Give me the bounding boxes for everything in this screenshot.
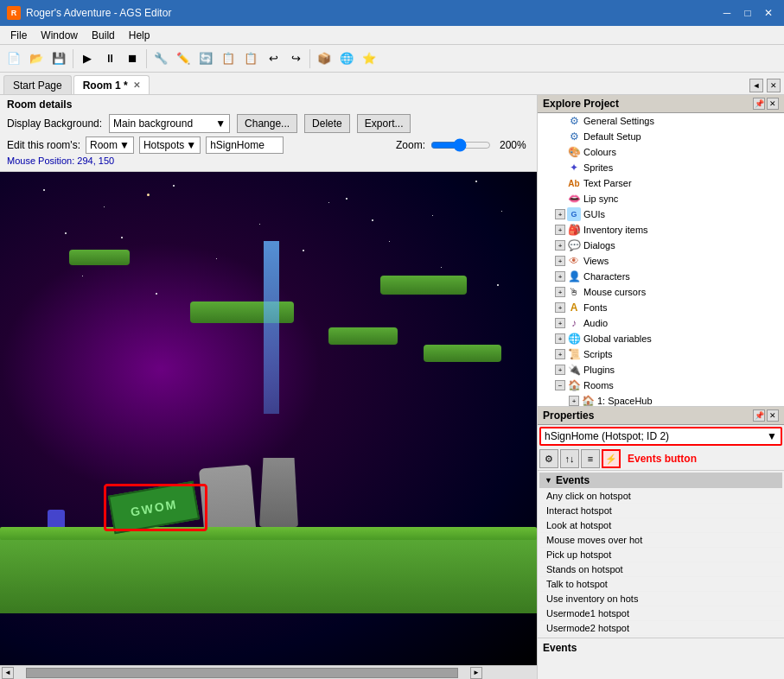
- tab-start-page[interactable]: Start Page: [3, 75, 72, 94]
- star: [441, 267, 442, 268]
- delete-button[interactable]: Delete: [304, 114, 350, 133]
- event-pick-up[interactable]: Pick up hotspot: [539, 548, 782, 562]
- scroll-right-btn[interactable]: ►: [470, 667, 482, 679]
- tree-item-plugins[interactable]: + 🔌 Plugins: [538, 362, 784, 378]
- tool2[interactable]: ✏️: [173, 48, 194, 69]
- tree-item-lip-sync[interactable]: + 👄 Lip sync: [538, 191, 784, 206]
- event-interact[interactable]: Interact hotspot: [539, 504, 782, 518]
- app-icon: R: [7, 6, 21, 20]
- event-look[interactable]: Look at hotspot: [539, 518, 782, 533]
- display-bg-label: Display Background:: [7, 117, 102, 130]
- mouse-cursors-icon: 🖱: [567, 285, 581, 299]
- star: [156, 293, 157, 295]
- prop-tab-events[interactable]: ⚡: [602, 449, 621, 468]
- star: [173, 185, 175, 187]
- save-button[interactable]: 💾: [48, 48, 69, 69]
- tree-item-general-settings[interactable]: + ⚙ General Settings: [538, 113, 784, 129]
- run-button[interactable]: ▶: [77, 48, 98, 69]
- hotspot-select[interactable]: Hotspots ▼: [139, 136, 201, 154]
- event-stands-on[interactable]: Stands on hotspot: [539, 562, 782, 577]
- zoom-slider[interactable]: [430, 138, 491, 152]
- menu-help[interactable]: Help: [122, 26, 157, 45]
- star: [389, 241, 390, 242]
- views-icon: 👁: [567, 254, 581, 268]
- explore-pin-btn[interactable]: 📌: [753, 98, 765, 110]
- tree-item-views[interactable]: + 👁 Views: [538, 253, 784, 269]
- colours-icon: 🎨: [567, 145, 581, 159]
- event-mouse-over[interactable]: Mouse moves over hot: [539, 533, 782, 548]
- event-any-click[interactable]: Any click on hotspot: [539, 489, 782, 504]
- tree-item-scripts[interactable]: + 📜 Scripts: [538, 346, 784, 362]
- open-button[interactable]: 📂: [26, 48, 47, 69]
- tree-item-audio[interactable]: + ♪ Audio: [538, 315, 784, 331]
- export-button[interactable]: Export...: [357, 114, 411, 133]
- prop-tab-properties[interactable]: ≡: [581, 449, 600, 468]
- tab-room1-close[interactable]: ✕: [133, 80, 140, 90]
- tab-scroll-btn[interactable]: ◄: [749, 79, 763, 92]
- tool8[interactable]: 📦: [314, 48, 335, 69]
- hotspot-highlight: [104, 484, 207, 531]
- events-section: ▼ Events Any click on hotspot Interact h…: [538, 471, 784, 638]
- events-section-header: ▼ Events: [539, 473, 782, 488]
- tree-item-dialogs[interactable]: + 💬 Dialogs: [538, 238, 784, 253]
- tool6[interactable]: ↩: [263, 48, 284, 69]
- scroll-left-btn[interactable]: ◄: [2, 667, 14, 679]
- close-button[interactable]: ✕: [760, 6, 777, 20]
- tree-item-characters[interactable]: + 👤 Characters: [538, 269, 784, 284]
- tab-close-all-btn[interactable]: ✕: [767, 79, 781, 92]
- tool4[interactable]: 📋: [218, 48, 239, 69]
- prop-tab-sort[interactable]: ↑↓: [560, 449, 579, 468]
- menu-window[interactable]: Window: [34, 26, 85, 45]
- star: [497, 284, 499, 286]
- tree-item-global-variables[interactable]: + 🌐 Global variables: [538, 331, 784, 346]
- tree-container[interactable]: + ⚙ General Settings + ⚙ Default Setup +…: [538, 113, 784, 407]
- menu-file[interactable]: File: [3, 26, 34, 45]
- properties-pin-btn[interactable]: 📌: [753, 409, 765, 422]
- maximize-button[interactable]: □: [739, 6, 756, 20]
- tree-item-spacehub[interactable]: + 🏠 1: SpaceHub: [538, 393, 784, 407]
- menu-build[interactable]: Build: [85, 26, 122, 45]
- stop-button[interactable]: ⏹: [122, 48, 143, 69]
- tree-item-guis[interactable]: + G GUIs: [538, 206, 784, 222]
- tree-item-text-parser[interactable]: + Ab Text Parser: [538, 175, 784, 191]
- tool3[interactable]: 🔄: [195, 48, 216, 69]
- tool10[interactable]: ⭐: [359, 48, 379, 69]
- property-item-dropdown[interactable]: hSignHome (Hotspot; ID 2) ▼: [539, 427, 782, 446]
- hotspot-name-select[interactable]: hSignHome: [206, 136, 284, 154]
- event-usermode2[interactable]: Usermode2 hotspot: [539, 621, 782, 636]
- star: [328, 202, 329, 203]
- change-button[interactable]: Change...: [237, 114, 297, 133]
- explore-close-btn[interactable]: ✕: [767, 98, 779, 110]
- game-canvas: GWOM: [0, 172, 537, 665]
- tree-item-sprites[interactable]: + ✦ Sprites: [538, 160, 784, 175]
- tree-item-rooms[interactable]: − 🏠 Rooms: [538, 378, 784, 393]
- event-usermode1[interactable]: Usermode1 hotspot: [539, 606, 782, 621]
- tree-item-fonts[interactable]: + A Fonts: [538, 300, 784, 315]
- bg-select[interactable]: Main background ▼: [109, 114, 230, 133]
- canvas-area[interactable]: GWOM: [0, 172, 537, 665]
- pause-button[interactable]: ⏸: [99, 48, 120, 69]
- properties-close-btn[interactable]: ✕: [767, 409, 779, 422]
- star: [475, 181, 477, 182]
- tool5[interactable]: 📋: [240, 48, 261, 69]
- prop-tab-general[interactable]: ⚙: [539, 449, 558, 468]
- spacehub-icon: 🏠: [581, 394, 595, 407]
- display-bg-row: Display Background: Main background ▼ Ch…: [7, 114, 530, 133]
- tab-room1[interactable]: Room 1 * ✕: [73, 75, 150, 94]
- new-button[interactable]: 📄: [3, 48, 24, 69]
- tool9[interactable]: 🌐: [336, 48, 357, 69]
- event-use-inventory[interactable]: Use inventory on hots: [539, 592, 782, 606]
- tool7[interactable]: ↪: [285, 48, 306, 69]
- tab-controls: ◄ ✕: [749, 79, 781, 92]
- events-expand-icon[interactable]: ▼: [545, 476, 552, 485]
- star: [82, 276, 83, 276]
- event-talk[interactable]: Talk to hotspot: [539, 577, 782, 592]
- tree-item-default-setup[interactable]: + ⚙ Default Setup: [538, 129, 784, 144]
- tool1[interactable]: 🔧: [150, 48, 171, 69]
- tree-item-inventory[interactable]: + 🎒 Inventory items: [538, 222, 784, 238]
- minimize-button[interactable]: ─: [718, 6, 736, 20]
- scroll-thumb[interactable]: [26, 668, 458, 678]
- tree-item-colours[interactable]: + 🎨 Colours: [538, 144, 784, 160]
- tree-item-mouse-cursors[interactable]: + 🖱 Mouse cursors: [538, 284, 784, 300]
- room-type-select[interactable]: Room ▼: [86, 136, 134, 154]
